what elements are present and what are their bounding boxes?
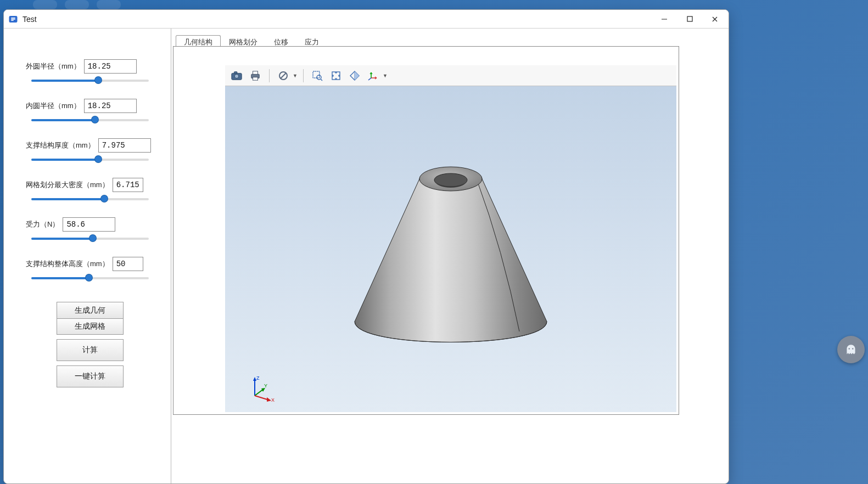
param-slider[interactable] [26, 195, 154, 202]
compute-button[interactable]: 计算 [57, 339, 124, 361]
svg-rect-6 [253, 71, 257, 74]
3d-viewport[interactable]: Z Y X [225, 86, 676, 412]
tab-2[interactable]: 位移 [266, 35, 296, 47]
tab-bar: 几何结构网格划分位移应力 [176, 35, 724, 47]
param-input[interactable] [98, 138, 151, 153]
titlebar[interactable]: Test [4, 10, 729, 29]
geometry-model [349, 157, 552, 354]
dropdown-caret-icon[interactable]: ▼ [383, 73, 388, 78]
svg-marker-21 [267, 397, 271, 402]
param-input[interactable] [113, 257, 143, 271]
param-slider[interactable] [26, 156, 154, 162]
app-icon [8, 14, 18, 24]
main-area: 几何结构网格划分位移应力 ▼ [171, 29, 729, 483]
param-label: 内圆半径（mm） [26, 101, 81, 111]
view-frame: ▼ [173, 46, 679, 415]
param-group: 支撑结构整体高度（mm） [26, 257, 154, 281]
transparency-icon[interactable] [346, 68, 363, 83]
param-label: 网格划分最大密度（mm） [26, 180, 109, 190]
window-close-button[interactable] [702, 10, 727, 28]
camera-icon[interactable] [228, 68, 245, 83]
taskbar-icons-hint [33, 0, 121, 9]
param-group: 受力（N） [26, 217, 154, 241]
param-group: 内圆半径（mm） [26, 99, 154, 123]
svg-rect-4 [234, 71, 237, 74]
svg-text:X: X [271, 397, 275, 402]
param-input[interactable] [84, 59, 137, 74]
param-slider[interactable] [26, 274, 154, 281]
tab-1[interactable]: 网格划分 [221, 35, 266, 47]
window-title: Test [23, 15, 37, 24]
toolbar-separator [303, 69, 304, 82]
param-slider[interactable] [26, 116, 154, 123]
generate-geometry-button[interactable]: 生成几何 [57, 302, 124, 318]
param-input[interactable] [113, 178, 143, 192]
circle-slash-icon[interactable] [275, 68, 292, 83]
param-input[interactable] [84, 99, 137, 113]
axis-triad: Z Y X [248, 375, 276, 402]
param-group: 支撑结构厚度（mm） [26, 138, 154, 162]
svg-point-13 [434, 173, 467, 187]
fit-view-icon[interactable] [328, 68, 344, 83]
viewer-toolbar: ▼ [225, 65, 676, 86]
svg-point-3 [234, 74, 238, 78]
tab-0[interactable]: 几何结构 [176, 35, 221, 47]
zoom-box-icon[interactable] [309, 68, 326, 83]
action-buttons: 生成几何 生成网格 计算 一键计算 [26, 302, 154, 387]
print-icon[interactable] [247, 68, 264, 83]
svg-text:Z: Z [256, 375, 260, 381]
tab-3[interactable]: 应力 [296, 35, 327, 47]
param-slider[interactable] [26, 235, 154, 241]
svg-text:Y: Y [264, 383, 267, 389]
app-window: Test 外圆半径（mm） 内圆半径（mm） [3, 9, 729, 484]
svg-rect-1 [687, 16, 692, 21]
param-label: 受力（N） [26, 220, 59, 229]
param-label: 支撑结构整体高度（mm） [26, 259, 109, 269]
axes-triad-icon[interactable] [365, 68, 382, 83]
ghost-floating-button[interactable] [837, 336, 865, 363]
param-slider[interactable] [26, 77, 154, 83]
window-maximize-button[interactable] [677, 10, 702, 28]
generate-mesh-button[interactable]: 生成网格 [57, 318, 124, 335]
window-minimize-button[interactable] [652, 10, 677, 28]
param-group: 网格划分最大密度（mm） [26, 178, 154, 202]
toolbar-separator [269, 69, 270, 82]
svg-rect-9 [313, 71, 320, 78]
param-label: 支撑结构厚度（mm） [26, 140, 95, 150]
one-click-compute-button[interactable]: 一键计算 [57, 365, 124, 387]
svg-point-10 [317, 75, 321, 80]
param-label: 外圆半径（mm） [26, 61, 81, 71]
param-input[interactable] [63, 217, 115, 232]
svg-rect-7 [253, 77, 257, 80]
param-group: 外圆半径（mm） [26, 59, 154, 83]
parameter-sidebar: 外圆半径（mm） 内圆半径（mm） 支撑结构厚度（mm） 网格划分最大密度（ [4, 29, 171, 483]
dropdown-caret-icon[interactable]: ▼ [293, 73, 298, 78]
